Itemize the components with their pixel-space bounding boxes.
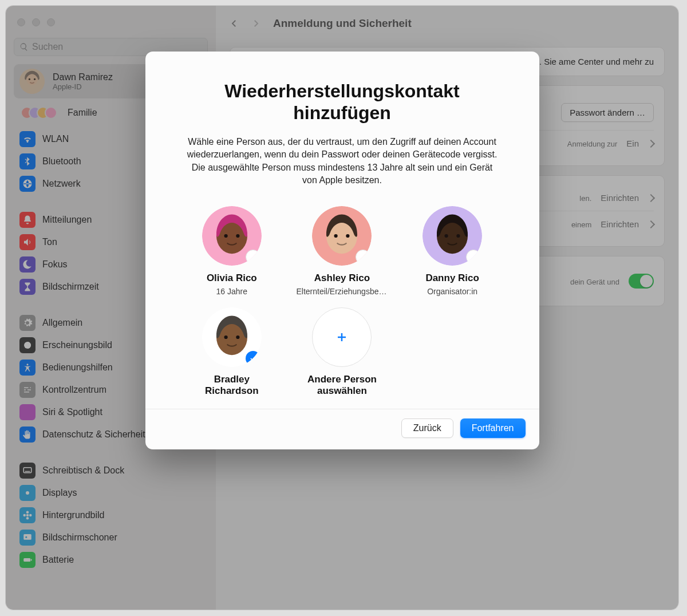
svg-point-22 [236,234,239,238]
plus-icon [312,307,372,367]
svg-point-26 [346,234,350,238]
contact-avatar [202,307,262,367]
continue-button[interactable]: Fortfahren [460,418,526,438]
contact-option[interactable]: Danny RicoOrganisator:in [406,206,498,295]
svg-point-34 [236,335,239,339]
svg-point-33 [224,335,227,339]
contact-avatar [423,206,482,266]
select-indicator [356,250,370,264]
settings-window: Suchen Dawn Ramirez Apple-ID Familie WLA… [6,6,678,610]
back-button[interactable]: Zurück [401,418,453,438]
modal-overlay: Wiederherstellungskontakt hinzufügen Wäh… [6,6,678,610]
recovery-contact-modal: Wiederherstellungskontakt hinzufügen Wäh… [145,52,539,449]
contact-add-other[interactable]: Andere Person auswählen [296,307,388,397]
contact-name: Andere Person auswählen [296,374,388,397]
contact-grid: Olivia Rico16 Jahre Ashley RicoElterntei… [180,206,505,397]
contact-name: Ashley Rico [314,273,370,284]
contact-avatar [312,206,372,266]
contact-role: 16 Jahre [186,287,278,296]
contact-option[interactable]: Bradley Richardson [186,307,278,397]
svg-point-25 [334,234,338,238]
svg-point-29 [445,234,448,238]
contact-role: Organisator:in [406,287,498,296]
svg-point-30 [456,234,460,238]
contact-role: Elternteil/Erziehungsberechtigte [296,287,388,296]
modal-title: Wiederherstellungskontakt hinzufügen [180,80,505,124]
svg-point-21 [224,234,227,238]
select-indicator [246,250,260,264]
select-indicator [466,250,481,264]
modal-description: Wähle eine Person aus, der du vertraust,… [180,136,505,187]
contact-name: Bradley Richardson [186,374,278,397]
contact-name: Danny Rico [425,273,479,284]
contact-option[interactable]: Ashley RicoElternteil/Erziehungsberechti… [296,206,388,295]
contact-name: Olivia Rico [207,273,257,284]
checkmark-icon [246,351,260,366]
contact-avatar [202,206,262,266]
contact-option[interactable]: Olivia Rico16 Jahre [186,206,278,295]
